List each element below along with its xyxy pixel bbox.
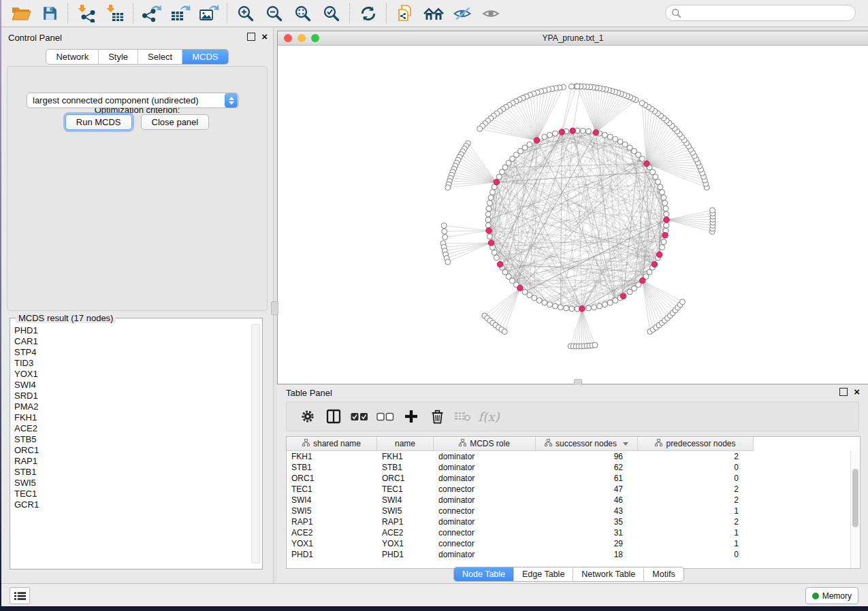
mcds-result-item[interactable]: ACE2 bbox=[14, 423, 250, 434]
graph-node[interactable] bbox=[679, 299, 685, 305]
import-network-icon[interactable] bbox=[72, 2, 101, 25]
graph-node[interactable] bbox=[442, 229, 447, 234]
zoom-in-icon[interactable] bbox=[231, 2, 260, 25]
close-panel-button[interactable]: Close panel bbox=[141, 114, 210, 130]
graph-node[interactable] bbox=[496, 174, 502, 180]
graph-node[interactable] bbox=[485, 217, 491, 222]
table-row[interactable]: TEC1TEC1connector472 bbox=[287, 484, 851, 495]
column-header-successor-nodes[interactable]: successor nodes bbox=[536, 437, 638, 451]
graph-node[interactable] bbox=[486, 206, 492, 212]
memory-button[interactable]: Memory bbox=[805, 587, 858, 604]
graph-node[interactable] bbox=[517, 285, 523, 291]
graph-node[interactable] bbox=[492, 250, 497, 255]
graph-node[interactable] bbox=[660, 244, 665, 250]
graph-node[interactable] bbox=[487, 200, 492, 205]
mcds-result-list[interactable]: PHD1CAR1STP4TID3YOX1SWI4SRD1PMA2FKH1ACE2… bbox=[14, 325, 250, 565]
graph-node[interactable] bbox=[547, 302, 553, 308]
graph-node[interactable] bbox=[542, 134, 547, 139]
float-panel-icon[interactable] bbox=[247, 33, 255, 41]
graph-node[interactable] bbox=[602, 132, 607, 137]
network-canvas[interactable] bbox=[278, 46, 868, 384]
graph-node[interactable] bbox=[592, 342, 598, 348]
graph-node[interactable] bbox=[664, 222, 669, 228]
graph-node[interactable] bbox=[663, 206, 669, 212]
open-folder-icon[interactable] bbox=[7, 2, 35, 25]
table-row[interactable]: ORC1ORC1dominator610 bbox=[287, 473, 851, 484]
graph-node[interactable] bbox=[622, 142, 628, 147]
graph-node[interactable] bbox=[636, 282, 641, 287]
close-table-panel-icon[interactable]: × bbox=[854, 389, 860, 395]
graph-node[interactable] bbox=[488, 240, 494, 246]
column-header-name[interactable]: name bbox=[377, 437, 434, 451]
mcds-result-item[interactable]: SWI4 bbox=[14, 380, 250, 391]
graph-node[interactable] bbox=[592, 305, 597, 310]
graph-node[interactable] bbox=[607, 300, 613, 306]
tab-mcds[interactable]: MCDS bbox=[182, 49, 227, 65]
delete-icon[interactable] bbox=[424, 405, 450, 428]
tab-network[interactable]: Network bbox=[46, 50, 98, 64]
zoom-fit-icon[interactable] bbox=[289, 2, 317, 25]
table-row[interactable]: FKH1FKH1dominator962 bbox=[287, 451, 851, 462]
search-input[interactable] bbox=[681, 7, 855, 18]
graph-node[interactable] bbox=[488, 195, 494, 200]
graph-node[interactable] bbox=[564, 306, 569, 311]
graph-node[interactable] bbox=[580, 128, 585, 133]
graph-node[interactable] bbox=[497, 261, 502, 267]
graph-node[interactable] bbox=[575, 84, 580, 89]
show-all-icon[interactable] bbox=[477, 2, 505, 25]
zoom-selected-icon[interactable] bbox=[317, 2, 346, 25]
graph-node[interactable] bbox=[585, 129, 591, 134]
graph-node[interactable] bbox=[585, 306, 591, 311]
graph-node[interactable] bbox=[487, 234, 492, 240]
graph-node[interactable] bbox=[445, 259, 451, 265]
import-table-icon[interactable] bbox=[101, 2, 129, 25]
graph-node[interactable] bbox=[552, 303, 558, 309]
graph-node[interactable] bbox=[441, 223, 447, 229]
graph-node[interactable] bbox=[639, 101, 645, 106]
graph-node[interactable] bbox=[568, 84, 574, 89]
mcds-result-item[interactable]: ORC1 bbox=[14, 445, 250, 456]
close-panel-icon[interactable]: × bbox=[261, 33, 268, 40]
table-row[interactable]: PHD1PHD1dominator180 bbox=[287, 549, 851, 560]
graph-node[interactable] bbox=[486, 228, 492, 233]
columns-icon[interactable] bbox=[321, 405, 347, 428]
tab-select[interactable]: Select bbox=[138, 50, 182, 64]
graph-node[interactable] bbox=[644, 161, 649, 166]
graph-node[interactable] bbox=[656, 252, 662, 257]
clone-network-icon[interactable] bbox=[391, 2, 419, 25]
refresh-icon[interactable] bbox=[354, 2, 383, 25]
export-table-icon[interactable] bbox=[166, 2, 195, 25]
graph-node[interactable] bbox=[613, 298, 618, 303]
network-window-titlebar[interactable]: YPA_prune.txt_1 bbox=[278, 31, 868, 46]
graph-node[interactable] bbox=[502, 329, 507, 334]
tab-edge-table[interactable]: Edge Table bbox=[513, 567, 573, 581]
column-header-MCDS-role[interactable]: MCDS role bbox=[434, 437, 536, 451]
graph-node[interactable] bbox=[617, 139, 623, 144]
export-network-icon[interactable] bbox=[138, 2, 166, 25]
run-mcds-button[interactable]: Run MCDS bbox=[65, 114, 132, 130]
graph-node[interactable] bbox=[489, 190, 495, 195]
graph-node[interactable] bbox=[559, 129, 564, 135]
search-field[interactable] bbox=[665, 5, 856, 21]
graph-node[interactable] bbox=[527, 293, 532, 298]
mcds-result-item[interactable]: STB5 bbox=[14, 434, 250, 445]
tab-motifs[interactable]: Motifs bbox=[643, 567, 683, 581]
graph-node[interactable] bbox=[552, 131, 558, 136]
mcds-result-item[interactable]: SRD1 bbox=[14, 391, 250, 401]
column-header-predecessor-nodes[interactable]: predecessor nodes bbox=[638, 437, 754, 451]
graph-node[interactable] bbox=[494, 255, 499, 261]
graph-node[interactable] bbox=[558, 305, 563, 310]
tab-network-table[interactable]: Network Table bbox=[573, 567, 643, 581]
graph-node[interactable] bbox=[658, 184, 663, 190]
select-all-icon[interactable] bbox=[347, 405, 372, 428]
graph-node[interactable] bbox=[532, 295, 537, 301]
mcds-result-item[interactable]: TEC1 bbox=[14, 489, 250, 499]
graph-node[interactable] bbox=[662, 233, 668, 238]
graph-node[interactable] bbox=[477, 126, 483, 131]
graph-node[interactable] bbox=[661, 240, 666, 245]
hide-selected-icon[interactable] bbox=[448, 2, 477, 25]
gear-icon[interactable] bbox=[295, 405, 321, 428]
float-table-panel-icon[interactable] bbox=[839, 388, 848, 396]
graph-node[interactable] bbox=[653, 174, 658, 180]
tab-node-table[interactable]: Node Table bbox=[454, 567, 513, 582]
